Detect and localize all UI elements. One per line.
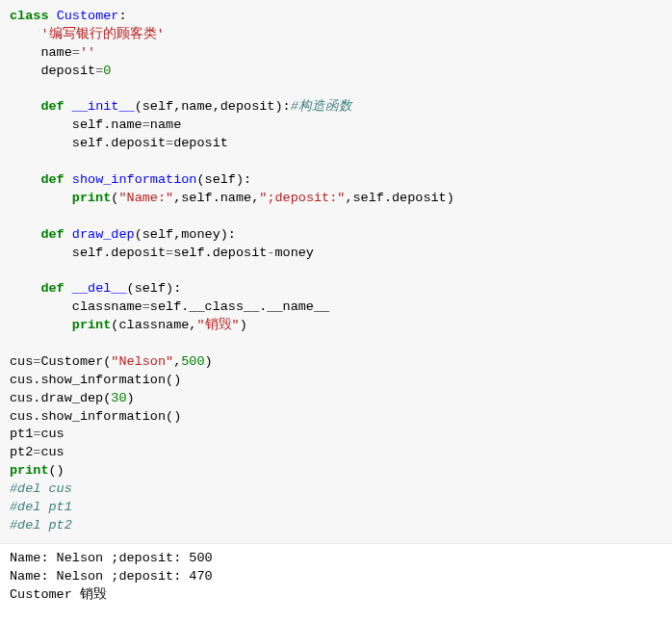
- output-line3: Customer 销毁: [10, 587, 107, 602]
- comment-constructor: #构造函数: [291, 99, 352, 114]
- del-close: ): [240, 318, 247, 332]
- show-tail: ,self.deposit): [345, 191, 453, 205]
- call-draw-post: ): [127, 391, 135, 405]
- num-zero: 0: [103, 64, 111, 78]
- comment-del-cus: #del cus: [10, 481, 72, 496]
- classname-rhs: self.__class__.__name__: [150, 299, 329, 314]
- call-show2: cus.show_information(): [10, 409, 181, 424]
- op-eq: =: [166, 136, 173, 150]
- draw-rhs2: money: [274, 246, 314, 260]
- attr-name: name: [40, 45, 71, 60]
- pt2-rhs: cus: [40, 445, 64, 459]
- str-destroy: "销毁": [196, 318, 239, 332]
- output-line1: Name: Nelson ;deposit: 500: [10, 551, 213, 565]
- pt1-rhs: cus: [40, 427, 64, 441]
- str-deposit: ";deposit:": [259, 191, 345, 205]
- cus-lhs: cus: [10, 354, 33, 369]
- print-empty: (): [49, 463, 65, 478]
- pt2-lhs: pt2: [10, 445, 33, 459]
- method-show: show_information: [72, 172, 197, 187]
- code-cell: class Customer: '编写银行的顾客类' name='' depos…: [0, 0, 672, 543]
- num-500: 500: [181, 354, 204, 369]
- show-params: (self):: [196, 172, 251, 187]
- customer-call: Customer(: [40, 354, 111, 369]
- keyword-print: print: [10, 463, 49, 478]
- op-eq: =: [72, 45, 80, 60]
- del-print-args: (classname,: [111, 318, 196, 332]
- class-name: Customer: [57, 9, 119, 23]
- show-mid: ,self.name,: [173, 191, 259, 205]
- paren-close: ): [205, 354, 213, 369]
- call-show1: cus.show_information(): [10, 373, 181, 387]
- op-eq: =: [142, 299, 150, 314]
- colon: :: [118, 9, 126, 23]
- self-name: self.name: [72, 117, 142, 132]
- method-del: __del__: [72, 281, 127, 296]
- str-name: "Name:": [118, 191, 173, 205]
- comment-del-pt1: #del pt1: [10, 500, 72, 514]
- keyword-class: class: [10, 9, 49, 23]
- method-draw: draw_dep: [72, 227, 135, 242]
- self-deposit: self.deposit: [72, 136, 166, 150]
- init-params: (self,name,deposit):: [135, 99, 291, 114]
- str-nelson: "Nelson": [111, 354, 173, 369]
- deposit-rhs: deposit: [173, 136, 228, 150]
- attr-deposit: deposit: [40, 64, 95, 78]
- draw-params: (self,money):: [135, 227, 236, 242]
- del-params: (self):: [127, 281, 182, 296]
- empty-string: '': [80, 45, 95, 60]
- keyword-def: def: [40, 172, 64, 187]
- op-eq: =: [142, 117, 150, 132]
- keyword-def: def: [40, 99, 64, 114]
- call-draw-pre: cus.draw_dep(: [10, 391, 111, 405]
- draw-rhs1: self.deposit: [173, 246, 267, 260]
- keyword-def: def: [40, 281, 64, 296]
- op-eq: =: [166, 246, 173, 260]
- output-cell: Name: Nelson ;deposit: 500 Name: Nelson …: [0, 543, 672, 623]
- output-line2: Name: Nelson ;deposit: 470: [10, 569, 213, 584]
- pt1-lhs: pt1: [10, 427, 33, 441]
- method-init: __init__: [72, 99, 135, 114]
- docstring: '编写银行的顾客类': [40, 27, 164, 41]
- keyword-print: print: [72, 318, 112, 332]
- keyword-def: def: [40, 227, 64, 242]
- keyword-print: print: [72, 191, 112, 205]
- comment-del-pt2: #del pt2: [10, 518, 72, 532]
- classname-lhs: classname: [72, 299, 142, 314]
- name-rhs: name: [150, 117, 181, 132]
- num-30: 30: [111, 391, 126, 405]
- draw-lhs: self.deposit: [72, 246, 166, 260]
